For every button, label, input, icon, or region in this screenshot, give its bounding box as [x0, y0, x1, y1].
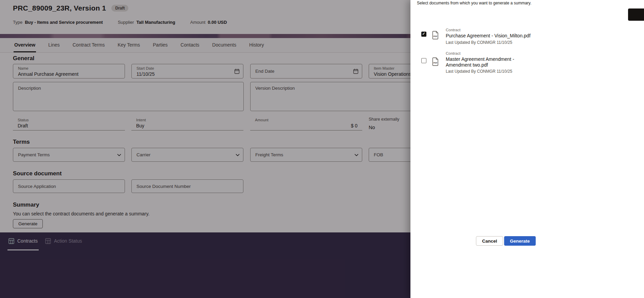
document-updated: Last Updated By CONMGR 11/10/25 [446, 40, 630, 45]
svg-text:PDF: PDF [434, 62, 438, 64]
document-name: Purchase Agreement - Vision_Milton.pdf [446, 33, 535, 39]
svg-text:PDF: PDF [434, 35, 438, 37]
document-list-item: PDF Contract Master Agreement Amendment … [410, 50, 644, 78]
cancel-button[interactable]: Cancel [476, 236, 503, 246]
generate-button[interactable]: Generate [504, 236, 536, 246]
drawer-instruction: Select documents from which you want to … [417, 1, 531, 5]
document-name: Master Agreement Amendment - Amendment t… [446, 56, 535, 68]
document-checkbox[interactable] [421, 32, 426, 37]
document-checkbox[interactable] [421, 58, 426, 63]
generate-summary-drawer: Select documents from which you want to … [410, 0, 644, 298]
pdf-file-icon: PDF [432, 31, 439, 39]
drawer-corner-button[interactable] [628, 8, 644, 21]
document-type: Contract [446, 28, 630, 32]
document-updated: Last Updated By CONMGR 11/10/25 [446, 69, 630, 74]
document-type: Contract [446, 51, 630, 55]
document-list-item: PDF Contract Purchase Agreement - Vision… [410, 27, 644, 48]
pdf-file-icon: PDF [432, 57, 439, 66]
app-root: PRC_89009_23R, Version 1 Draft Type Buy … [0, 0, 644, 298]
